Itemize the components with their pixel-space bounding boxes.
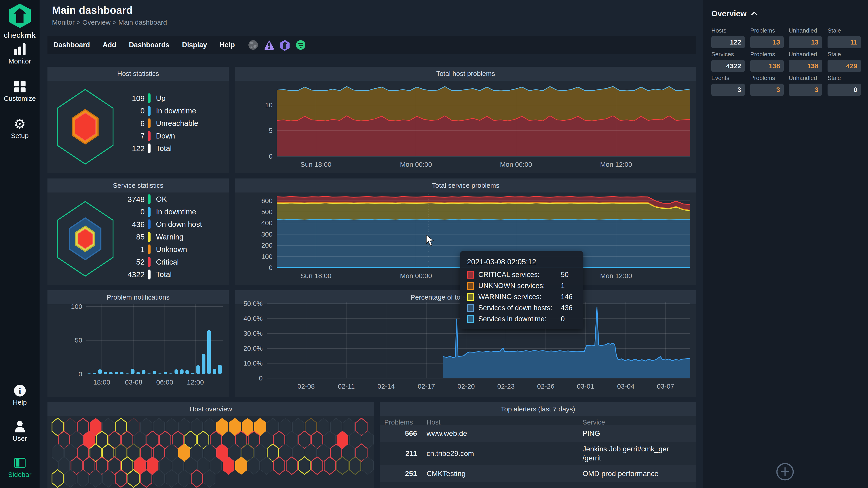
y-tick-label: 0 xyxy=(269,264,273,271)
legend-label: Unreachable xyxy=(156,119,198,128)
menu-item-dashboards[interactable]: Dashboards xyxy=(129,41,169,49)
tooltip-label: UNKNOWN services: xyxy=(478,282,561,290)
host-hexagon[interactable] xyxy=(52,470,63,487)
panel-host-statistics: Host statistics109Up0In downtime6Unreach… xyxy=(48,67,229,173)
warning-triangle-icon[interactable] xyxy=(264,40,274,50)
menu-bar: DashboardAddDashboardsDisplayHelp xyxy=(48,36,696,54)
legend-count: 109 xyxy=(104,94,145,103)
user-icon xyxy=(0,420,39,434)
legend-item-on-down-host[interactable]: 436On down host xyxy=(104,218,202,230)
overview-cell-events[interactable]: 3 xyxy=(711,84,745,96)
menu-item-add[interactable]: Add xyxy=(103,41,116,49)
legend-item-warning[interactable]: 85Warning xyxy=(104,231,184,243)
host-hexagon[interactable] xyxy=(324,457,336,475)
overview-cell-services[interactable]: 4322 xyxy=(711,60,745,72)
alerter-host: CMKTesting xyxy=(427,469,583,478)
panel-host-overview: Host overview xyxy=(48,402,374,488)
host-hexagon[interactable] xyxy=(274,457,285,475)
legend-item-in-downtime[interactable]: 0In downtime xyxy=(104,206,196,218)
legend-item-total[interactable]: 122Total xyxy=(104,142,172,155)
chart-tooltip: 2021-03-08 02:05:12 CRITICAL services:50… xyxy=(460,251,583,329)
host-hexagon[interactable] xyxy=(311,457,323,475)
y-tick-label: 600 xyxy=(261,197,273,204)
overview-cell-stale[interactable]: 11 xyxy=(828,36,861,48)
legend-item-total[interactable]: 4322Total xyxy=(104,268,172,281)
x-tick-label: 06:00 xyxy=(156,379,173,386)
overview-cell-unhandled[interactable]: 13 xyxy=(789,36,822,48)
legend-color-bar xyxy=(148,207,151,217)
sidebar-item-monitor[interactable]: Monitor xyxy=(0,42,39,65)
notification-bar xyxy=(196,365,200,374)
legend-item-up[interactable]: 109Up xyxy=(104,92,165,104)
x-tick-label: 18:00 xyxy=(93,379,110,386)
sidebar-item-help[interactable]: iHelp xyxy=(0,384,39,406)
sidebar-item-sidebar[interactable]: Sidebar xyxy=(0,456,39,479)
host-overview-hexgrid[interactable] xyxy=(48,402,374,488)
notification-bar xyxy=(185,370,189,374)
table-row[interactable]: 211cn.tribe29.comJenkins Job gerrit/cmk_… xyxy=(384,442,692,465)
host-hexagon[interactable] xyxy=(128,470,139,487)
alerter-service: Jenkins Job gerrit/cmk_ger /gerrit xyxy=(583,445,689,462)
tooltip-swatch xyxy=(467,293,474,301)
sidebar-item-customize[interactable]: Customize xyxy=(0,80,39,102)
legend-count: 122 xyxy=(104,144,145,153)
sidebar-item-label: Monitor xyxy=(0,57,39,65)
legend-item-ok[interactable]: 3748OK xyxy=(104,193,167,205)
overview-cell-value: 138 xyxy=(807,62,822,70)
x-tick-label: 12:00 xyxy=(187,379,204,386)
y-tick-label: 0 xyxy=(79,370,82,378)
host-hexagon[interactable] xyxy=(191,470,203,487)
notification-bar xyxy=(207,330,211,374)
notification-bar xyxy=(202,354,206,374)
legend-item-down[interactable]: 7Down xyxy=(104,130,175,142)
table-row[interactable]: 251CMKTestingOMD prod performance xyxy=(384,465,692,482)
legend-item-unreachable[interactable]: 6Unreachable xyxy=(104,117,198,129)
legend-item-in-downtime[interactable]: 0In downtime xyxy=(104,105,196,117)
legend-color-bar xyxy=(148,269,151,280)
notification-bar xyxy=(98,369,102,374)
host-hexagon[interactable] xyxy=(115,470,127,487)
sidebar-item-setup[interactable]: ⚙Setup xyxy=(0,117,39,140)
checkmk-hexagon-icon[interactable] xyxy=(280,40,290,50)
table-row[interactable]: 566www.web.dePING xyxy=(384,425,692,442)
add-snapin-button[interactable] xyxy=(776,462,794,481)
overview-cell-unhandled[interactable]: 138 xyxy=(789,60,822,72)
checkmk-logo-text: checkmk xyxy=(0,31,39,39)
host-hexagon[interactable] xyxy=(141,470,152,487)
sidebar-item-user[interactable]: User xyxy=(0,420,39,442)
y-tick-label: 200 xyxy=(261,241,273,249)
info-icon: i xyxy=(0,384,39,398)
x-tick-label: 02-11 xyxy=(338,383,355,390)
overview-cell-problems[interactable]: 3 xyxy=(750,84,784,96)
overview-cell-label: Events xyxy=(711,74,730,82)
globe-icon[interactable] xyxy=(248,40,258,50)
overview-cell-value: 4322 xyxy=(726,62,745,70)
overview-cell-label: Unhandled xyxy=(789,74,817,82)
legend-item-unknown[interactable]: 1Unknown xyxy=(104,243,187,256)
overview-cell-stale[interactable]: 429 xyxy=(828,60,861,72)
menu-item-dashboard[interactable]: Dashboard xyxy=(53,41,90,49)
x-tick-label: Mon 00:00 xyxy=(400,272,432,280)
checkmk-logo[interactable]: checkmk xyxy=(0,3,39,39)
sidebar-item-label: Help xyxy=(0,398,39,406)
overview-cell-unhandled[interactable]: 3 xyxy=(789,84,822,96)
host-hexagon[interactable] xyxy=(286,457,298,475)
overview-cell-problems[interactable]: 13 xyxy=(750,36,784,48)
problem-notifications-chart[interactable]: 18:0003-0806:0012:00050100 xyxy=(48,290,229,397)
filter-rows-icon[interactable] xyxy=(296,40,306,50)
host-hexagon[interactable] xyxy=(299,457,310,475)
overview-cell-problems[interactable]: 138 xyxy=(750,60,784,72)
overview-cell-stale[interactable]: 0 xyxy=(828,84,861,96)
tooltip-label: Services in downtime: xyxy=(478,315,561,323)
menu-item-help[interactable]: Help xyxy=(220,41,235,49)
breadcrumb[interactable]: Monitor > Overview > Main dashboard xyxy=(52,19,167,26)
total-host-problems-chart[interactable]: Sun 18:00Mon 00:00Mon 06:00Mon 12:000510 xyxy=(235,67,696,173)
alerter-host: www.web.de xyxy=(427,429,583,437)
overview-cell-label: Problems xyxy=(750,27,775,34)
panel-total-host-problems: Total host problemsSun 18:00Mon 00:00Mon… xyxy=(235,67,696,173)
overview-cell-hosts[interactable]: 122 xyxy=(711,36,745,48)
legend-item-critical[interactable]: 52Critical xyxy=(104,256,179,268)
menu-item-display[interactable]: Display xyxy=(182,41,207,49)
overview-header[interactable]: Overview xyxy=(711,9,758,18)
main-header: Main dashboard Monitor > Overview > Main… xyxy=(52,4,167,26)
